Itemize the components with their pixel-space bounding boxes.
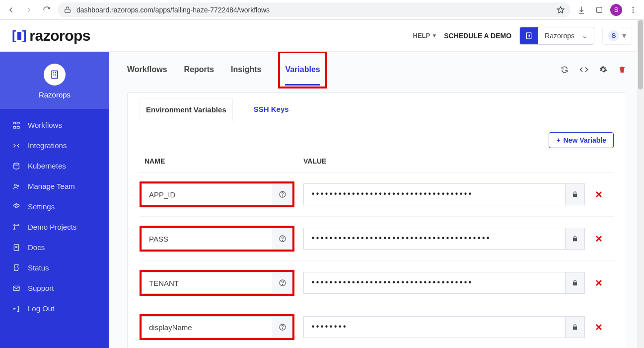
browser-back-button[interactable] xyxy=(4,3,18,17)
sidebar-org-header[interactable]: Razorops xyxy=(0,52,109,109)
brand-text: razorops xyxy=(29,27,90,44)
bookmark-star-icon[interactable] xyxy=(557,6,565,14)
scrollbar-thumb[interactable] xyxy=(638,20,643,89)
column-header-value: VALUE xyxy=(303,157,614,165)
browser-reload-button[interactable] xyxy=(40,3,54,17)
variable-row xyxy=(140,217,614,261)
schedule-demo-link[interactable]: SCHEDULE A DEMO xyxy=(444,32,511,40)
delete-variable-button[interactable] xyxy=(594,322,614,332)
org-name: Razorops xyxy=(538,32,581,40)
sidebar-item-support[interactable]: Support xyxy=(0,278,109,298)
sidebar-org-name: Razorops xyxy=(0,90,109,99)
brand-mark-icon: [] xyxy=(12,28,26,43)
sidebar-item-settings[interactable]: Settings xyxy=(0,196,109,217)
user-menu[interactable]: S ▾ xyxy=(602,27,632,45)
delete-variable-button[interactable] xyxy=(594,278,614,288)
variable-name-input[interactable] xyxy=(142,183,273,205)
sidebar-item-workflows[interactable]: Workflows xyxy=(0,115,109,135)
variable-value-input[interactable] xyxy=(303,228,565,250)
tab-workflows[interactable]: Workflows xyxy=(127,54,167,86)
extensions-icon[interactable] xyxy=(592,3,606,17)
integrations-icon xyxy=(12,142,21,150)
help-icon[interactable] xyxy=(273,272,292,294)
kubernetes-icon xyxy=(12,162,21,170)
help-icon[interactable] xyxy=(273,228,292,250)
help-menu[interactable]: HELP xyxy=(413,32,436,39)
lock-icon[interactable] xyxy=(565,228,585,250)
sub-tabs: Environment Variables SSH Keys xyxy=(140,93,614,121)
sidebar-item-label: Log Out xyxy=(28,304,54,313)
column-header-name: NAME xyxy=(140,157,303,165)
svg-point-22 xyxy=(282,196,283,196)
svg-point-14 xyxy=(17,185,19,186)
help-icon[interactable] xyxy=(273,316,292,338)
svg-rect-9 xyxy=(17,122,19,124)
sidebar-nav: Workflows Integrations Kubernetes Manage… xyxy=(0,109,109,325)
variable-value-input[interactable] xyxy=(303,272,565,294)
sidebar: Razorops Workflows Integrations Kubernet… xyxy=(0,52,109,348)
site-info-icon[interactable] xyxy=(64,6,72,14)
org-switcher[interactable]: Razorops ⌄ xyxy=(519,27,594,45)
variable-row xyxy=(140,305,614,348)
workflows-icon xyxy=(12,121,21,129)
svg-point-18 xyxy=(18,224,19,226)
sidebar-item-logout[interactable]: Log Out xyxy=(0,298,109,319)
svg-marker-1 xyxy=(557,6,564,13)
lock-icon[interactable] xyxy=(565,272,585,294)
variable-name-input[interactable] xyxy=(142,272,273,294)
tab-insights[interactable]: Insights xyxy=(231,54,261,86)
tab-reports[interactable]: Reports xyxy=(184,54,214,86)
sidebar-item-docs[interactable]: Docs xyxy=(0,237,109,258)
sidebar-item-integrations[interactable]: Integrations xyxy=(0,135,109,156)
svg-point-4 xyxy=(633,9,634,10)
sidebar-item-demo-projects[interactable]: Demo Projects xyxy=(0,217,109,237)
logout-icon xyxy=(12,305,21,313)
browser-menu-icon[interactable] xyxy=(626,3,640,17)
subtab-env-vars[interactable]: Environment Variables xyxy=(140,98,233,121)
variable-value-input[interactable] xyxy=(303,183,565,205)
variables-card: Environment Variables SSH Keys + New Var… xyxy=(127,92,626,348)
sidebar-item-label: Manage Team xyxy=(28,182,75,190)
chevron-down-icon: ⌄ xyxy=(581,31,594,40)
brand-logo[interactable]: [] razorops xyxy=(12,27,90,44)
sync-icon[interactable] xyxy=(561,66,569,74)
delete-variable-button[interactable] xyxy=(594,189,614,199)
svg-point-28 xyxy=(282,329,283,329)
sidebar-item-status[interactable]: Status xyxy=(0,258,109,278)
variable-name-input[interactable] xyxy=(142,316,273,338)
svg-rect-0 xyxy=(65,9,71,12)
subtab-ssh-keys[interactable]: SSH Keys xyxy=(248,98,295,121)
sidebar-item-label: Settings xyxy=(28,202,55,211)
lock-icon[interactable] xyxy=(565,183,585,205)
variable-value-cell xyxy=(303,183,585,205)
delete-variable-button[interactable] xyxy=(594,234,614,244)
sidebar-item-kubernetes[interactable]: Kubernetes xyxy=(0,156,109,176)
variable-row xyxy=(140,261,614,305)
download-icon[interactable] xyxy=(574,3,588,17)
variable-value-cell xyxy=(303,228,585,250)
variable-value-input[interactable] xyxy=(303,316,565,338)
help-icon[interactable] xyxy=(273,183,292,205)
support-icon xyxy=(12,284,21,292)
highlight-box: Variables xyxy=(278,52,327,88)
browser-forward-button[interactable] xyxy=(22,3,36,17)
gear-icon[interactable] xyxy=(599,66,607,74)
table-header: NAME VALUE xyxy=(140,154,614,173)
tab-variables[interactable]: Variables xyxy=(285,54,320,86)
browser-profile-avatar[interactable]: S xyxy=(610,4,622,16)
variable-row xyxy=(140,173,614,217)
page-scrollbar[interactable] xyxy=(637,20,644,348)
browser-url-text: dashboard.razorops.com/apps/falling-haze… xyxy=(76,6,552,14)
svg-point-12 xyxy=(14,163,19,165)
trash-icon[interactable] xyxy=(618,66,626,74)
app-header: [] razorops HELP SCHEDULE A DEMO Razorop… xyxy=(0,20,644,52)
sidebar-item-manage-team[interactable]: Manage Team xyxy=(0,176,109,196)
lock-icon[interactable] xyxy=(565,316,585,338)
code-icon[interactable] xyxy=(579,65,588,74)
variable-name-input[interactable] xyxy=(142,228,273,250)
browser-url-bar[interactable]: dashboard.razorops.com/apps/falling-haze… xyxy=(58,2,571,17)
svg-point-13 xyxy=(14,184,16,186)
new-variable-button[interactable]: + New Variable xyxy=(549,132,614,148)
svg-rect-10 xyxy=(13,126,16,128)
sidebar-item-label: Status xyxy=(28,263,49,272)
